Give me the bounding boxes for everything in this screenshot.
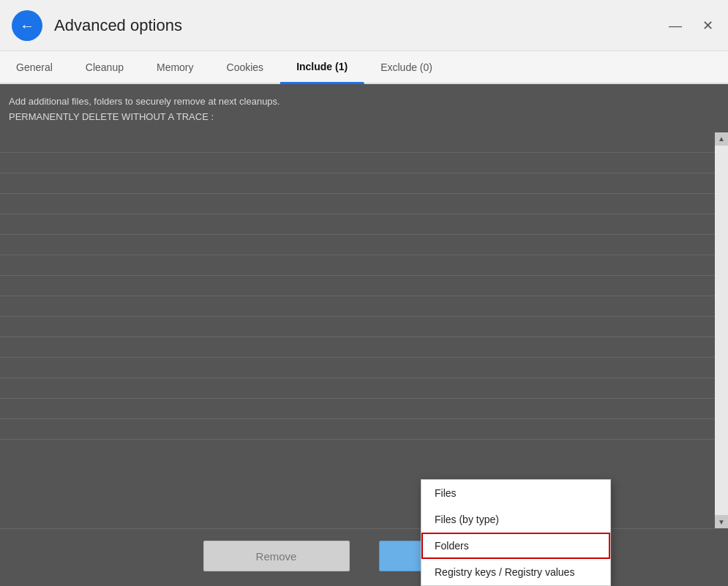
dropdown-item-folders[interactable]: Folders bbox=[421, 533, 610, 559]
remove-button[interactable]: Remove bbox=[203, 541, 350, 571]
minimize-button[interactable]: — bbox=[666, 16, 685, 35]
dropdown-item-files-by-type[interactable]: Files (by type) bbox=[421, 506, 610, 533]
list-row[interactable] bbox=[0, 214, 728, 235]
list-area: ▲ ▼ bbox=[0, 132, 728, 528]
add-dropdown-menu: Files Files (by type) Folders Registry k… bbox=[421, 479, 611, 586]
list-row[interactable] bbox=[0, 317, 728, 337]
list-lines bbox=[0, 132, 728, 528]
tab-cookies[interactable]: Cookies bbox=[211, 51, 281, 83]
list-row[interactable] bbox=[0, 255, 728, 276]
title-bar: ← Advanced options — ✕ bbox=[0, 0, 728, 51]
page-title: Advanced options bbox=[54, 16, 666, 35]
tab-include[interactable]: Include (1) bbox=[280, 51, 364, 84]
description-line1: Add additional files, folders to securel… bbox=[9, 94, 719, 110]
scroll-track[interactable] bbox=[715, 146, 728, 515]
description-area: Add additional files, folders to securel… bbox=[0, 84, 728, 132]
list-row[interactable] bbox=[0, 337, 728, 358]
dropdown-item-files[interactable]: Files bbox=[421, 480, 610, 506]
tab-exclude[interactable]: Exclude (0) bbox=[364, 51, 449, 83]
tab-memory[interactable]: Memory bbox=[140, 51, 211, 83]
list-row[interactable] bbox=[0, 296, 728, 317]
button-area: Remove Add bbox=[0, 528, 728, 586]
list-row[interactable] bbox=[0, 235, 728, 255]
list-row[interactable] bbox=[0, 132, 728, 153]
dropdown-item-registry[interactable]: Registry keys / Registry values bbox=[421, 559, 610, 585]
list-row[interactable] bbox=[0, 153, 728, 173]
tab-bar: General Cleanup Memory Cookies Include (… bbox=[0, 51, 728, 84]
close-button[interactable]: ✕ bbox=[699, 16, 716, 35]
back-button[interactable]: ← bbox=[12, 10, 42, 41]
list-row[interactable] bbox=[0, 276, 728, 296]
list-row[interactable] bbox=[0, 399, 728, 419]
tab-cleanup[interactable]: Cleanup bbox=[70, 51, 140, 83]
window-controls: — ✕ bbox=[666, 16, 716, 35]
scrollbar[interactable]: ▲ ▼ bbox=[715, 132, 728, 528]
scroll-up-arrow[interactable]: ▲ bbox=[715, 132, 728, 146]
description-line2: PERMANENTLY DELETE WITHOUT A TRACE : bbox=[9, 110, 719, 125]
list-row[interactable] bbox=[0, 378, 728, 399]
list-row[interactable] bbox=[0, 194, 728, 214]
list-row[interactable] bbox=[0, 173, 728, 194]
tab-general[interactable]: General bbox=[0, 51, 70, 83]
main-content: Add additional files, folders to securel… bbox=[0, 84, 728, 586]
scroll-down-arrow[interactable]: ▼ bbox=[715, 515, 728, 528]
list-row[interactable] bbox=[0, 419, 728, 440]
list-row[interactable] bbox=[0, 358, 728, 378]
back-arrow-icon: ← bbox=[20, 18, 34, 33]
